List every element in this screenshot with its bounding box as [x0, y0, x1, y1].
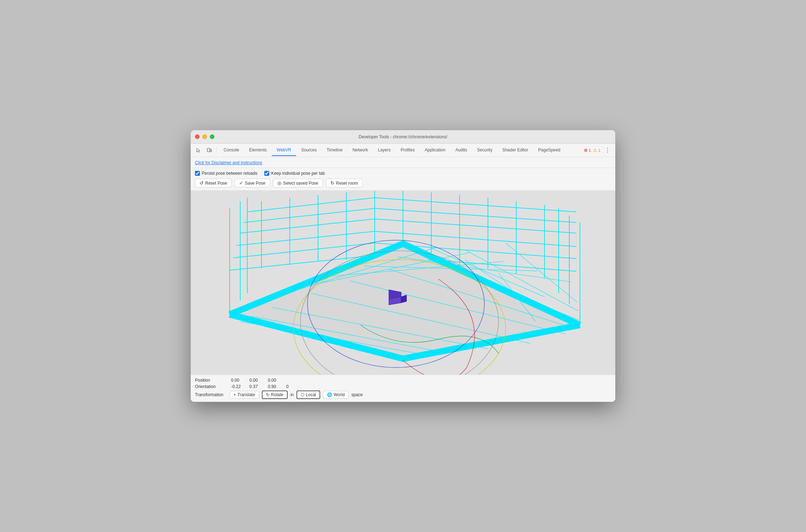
persist-pose-checkbox[interactable] — [195, 171, 200, 176]
controls-bar: Persist pose between reloads Keep indivi… — [191, 168, 615, 191]
orientation-z: 0.90 — [268, 384, 282, 389]
vr-scene — [191, 191, 615, 375]
tab-audits[interactable]: Audits — [450, 145, 472, 156]
translate-button[interactable]: + Translate — [230, 391, 259, 399]
tab-console[interactable]: Console — [219, 145, 244, 156]
reset-room-icon: ↻ — [330, 180, 334, 186]
reset-room-button[interactable]: ↻ Reset room — [326, 179, 363, 187]
reset-room-label: Reset room — [336, 181, 358, 186]
position-x: 0.00 — [231, 378, 245, 383]
checkboxes-row: Persist pose between reloads Keep indivi… — [195, 171, 611, 176]
tab-application[interactable]: Application — [420, 145, 450, 156]
tab-network[interactable]: Network — [347, 145, 373, 156]
local-label: Local — [306, 392, 316, 397]
orientation-row: Orientation -0.22 0.37 0.90 0 — [195, 384, 611, 389]
error-badge: ⊗ 1 — [584, 148, 591, 153]
rotate-button[interactable]: ↻ Rotate — [262, 391, 288, 399]
vr-viewport[interactable] — [191, 191, 615, 375]
nav-tabs: Console Elements WebVR Sources Timeline … — [219, 145, 565, 156]
translate-icon: + — [234, 392, 236, 397]
position-label: Position — [195, 378, 227, 383]
reset-pose-label: Reset Pose — [205, 181, 227, 186]
warn-count: 1 — [598, 148, 600, 152]
warn-badge: ⚠ 1 — [593, 148, 600, 153]
individual-pose-label: Keep individual pose per tab — [271, 171, 324, 176]
translate-label: Translate — [237, 392, 255, 397]
transform-row: Transformation + Translate ↻ Rotate in ⬡… — [195, 391, 611, 399]
save-pose-label: Save Pose — [245, 181, 265, 186]
orientation-label: Orientation — [195, 384, 227, 389]
persist-pose-checkbox-label[interactable]: Persist pose between reloads — [195, 171, 257, 176]
tab-pagespeed[interactable]: PageSpeed — [533, 145, 565, 156]
rotate-label: Rotate — [271, 392, 283, 397]
transformation-label: Transformation — [195, 392, 227, 397]
traffic-lights — [195, 134, 214, 139]
warn-icon: ⚠ — [593, 148, 597, 153]
position-y: 0.00 — [249, 378, 264, 383]
individual-pose-checkbox[interactable] — [264, 171, 269, 176]
world-label: World — [334, 392, 345, 397]
devtools-window: Developer Tools - chrome://chrome/extens… — [191, 130, 615, 402]
save-pose-icon: ✓ — [239, 180, 243, 186]
window-title: Developer Tools - chrome://chrome/extens… — [359, 134, 448, 139]
tab-webvr[interactable]: WebVR — [272, 145, 296, 156]
select-pose-icon: ◎ — [277, 180, 281, 186]
svg-rect-1 — [210, 149, 212, 152]
cursor-tool-button[interactable] — [194, 145, 203, 155]
buttons-row: ↺ Reset Pose ✓ Save Pose ◎ Select saved … — [195, 179, 611, 187]
world-button[interactable]: 🌐 World — [323, 391, 349, 399]
error-icon: ⊗ — [584, 148, 588, 153]
tab-layers[interactable]: Layers — [373, 145, 396, 156]
select-saved-pose-button[interactable]: ◎ Select saved Pose — [273, 179, 323, 187]
svg-rect-0 — [207, 148, 210, 152]
orientation-w: 0 — [286, 384, 300, 389]
error-count: 1 — [589, 148, 591, 152]
save-pose-button[interactable]: ✓ Save Pose — [235, 179, 270, 187]
status-bar: Position 0.00 0.00 0.00 Orientation -0.2… — [191, 375, 615, 402]
reset-pose-button[interactable]: ↺ Reset Pose — [195, 179, 232, 187]
orientation-x: -0.22 — [231, 384, 245, 389]
tab-shader-editor[interactable]: Shader Editor — [497, 145, 533, 156]
tab-security[interactable]: Security — [472, 145, 497, 156]
position-row: Position 0.00 0.00 0.00 — [195, 378, 611, 383]
device-toggle-button[interactable] — [204, 145, 214, 155]
disclaimer-bar: Click for Disclaimer and instructions — [191, 157, 615, 168]
toolbar-divider — [216, 147, 217, 154]
toolbar: Console Elements WebVR Sources Timeline … — [191, 144, 615, 157]
close-button[interactable] — [195, 134, 200, 139]
persist-pose-label: Persist pose between reloads — [202, 171, 257, 176]
rotate-icon: ↻ — [266, 392, 270, 397]
tab-elements[interactable]: Elements — [244, 145, 272, 156]
more-options-button[interactable]: ⋮ — [603, 146, 612, 154]
tab-timeline[interactable]: Timeline — [322, 145, 347, 156]
disclaimer-link[interactable]: Click for Disclaimer and instructions — [195, 160, 262, 165]
titlebar: Developer Tools - chrome://chrome/extens… — [191, 130, 615, 144]
local-icon: ⬡ — [301, 392, 304, 397]
space-label: space — [351, 392, 363, 397]
in-label: in — [290, 392, 294, 397]
orientation-y: 0.37 — [249, 384, 264, 389]
toolbar-right: ⊗ 1 ⚠ 1 ⋮ — [584, 146, 612, 154]
position-z: 0.00 — [268, 378, 282, 383]
tab-profiles[interactable]: Profiles — [396, 145, 420, 156]
local-button[interactable]: ⬡ Local — [297, 391, 320, 399]
world-icon: 🌐 — [327, 392, 332, 397]
individual-pose-checkbox-label[interactable]: Keep individual pose per tab — [264, 171, 324, 176]
reset-pose-icon: ↺ — [200, 180, 203, 186]
select-pose-label: Select saved Pose — [283, 181, 318, 186]
maximize-button[interactable] — [210, 134, 214, 139]
minimize-button[interactable] — [202, 134, 207, 139]
tab-sources[interactable]: Sources — [296, 145, 322, 156]
